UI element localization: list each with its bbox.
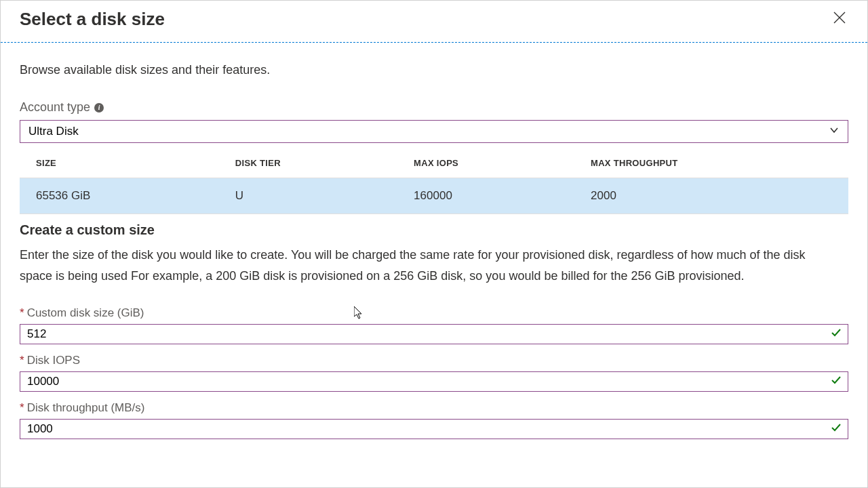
table-row[interactable]: 65536 GiB U 160000 2000 bbox=[20, 178, 848, 214]
disk-iops-input[interactable] bbox=[20, 371, 848, 392]
intro-text: Browse available disk sizes and their fe… bbox=[20, 63, 848, 77]
disk-size-table: SIZE DISK TIER MAX IOPS MAX THROUGHPUT 6… bbox=[20, 148, 848, 214]
col-throughput[interactable]: MAX THROUGHPUT bbox=[574, 148, 848, 178]
col-size[interactable]: SIZE bbox=[20, 148, 219, 178]
cell-tier: U bbox=[219, 178, 397, 214]
close-icon bbox=[833, 12, 846, 24]
check-icon bbox=[831, 327, 842, 341]
check-icon bbox=[831, 422, 842, 436]
info-icon[interactable]: i bbox=[94, 103, 104, 113]
required-star: * bbox=[20, 354, 24, 367]
custom-size-description: Enter the size of the disk you would lik… bbox=[20, 245, 833, 286]
cell-throughput: 2000 bbox=[574, 178, 848, 214]
required-star: * bbox=[20, 306, 24, 319]
disk-iops-label: *Disk IOPS bbox=[20, 354, 848, 367]
close-button[interactable] bbox=[831, 9, 848, 29]
col-tier[interactable]: DISK TIER bbox=[219, 148, 397, 178]
dialog-title: Select a disk size bbox=[20, 9, 165, 30]
cell-iops: 160000 bbox=[397, 178, 574, 214]
cell-size: 65536 GiB bbox=[20, 178, 219, 214]
check-icon bbox=[831, 375, 842, 388]
custom-disk-size-label: *Custom disk size (GiB) bbox=[20, 306, 848, 320]
account-type-label: Account type i bbox=[20, 100, 848, 115]
col-iops[interactable]: MAX IOPS bbox=[397, 148, 574, 178]
disk-throughput-input[interactable] bbox=[20, 419, 848, 439]
custom-size-heading: Create a custom size bbox=[20, 222, 848, 238]
disk-throughput-label: *Disk throughput (MB/s) bbox=[20, 401, 848, 415]
custom-disk-size-input[interactable] bbox=[20, 324, 848, 344]
account-type-select[interactable] bbox=[20, 120, 848, 143]
account-type-label-text: Account type bbox=[20, 100, 90, 115]
required-star: * bbox=[20, 401, 24, 414]
